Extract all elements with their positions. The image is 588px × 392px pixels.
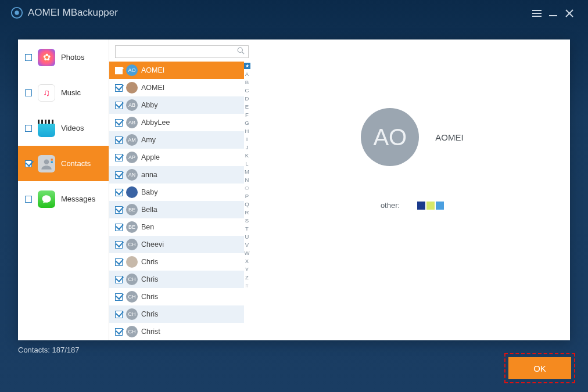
contact-row[interactable]: CHChris [109, 271, 244, 288]
contact-row[interactable]: ABAbbyLee [109, 114, 244, 131]
contact-row[interactable]: ANanna [109, 166, 244, 184]
contact-checkbox[interactable] [115, 328, 123, 336]
contact-checkbox[interactable] [115, 258, 123, 266]
contact-name: Chris [141, 310, 158, 318]
index-letter[interactable]: I [246, 136, 248, 142]
contact-name: Christ [141, 328, 160, 336]
index-letter[interactable]: W [245, 250, 250, 256]
index-letter[interactable]: N [245, 177, 249, 183]
sidebar-item-music[interactable]: ♫ Music [18, 75, 109, 110]
contact-checkbox[interactable] [115, 311, 123, 318]
contact-row[interactable]: AOMEI [109, 79, 244, 96]
ok-button[interactable]: OK [508, 357, 571, 379]
sidebar-item-videos[interactable]: Videos [18, 110, 109, 146]
sidebar-item-contacts[interactable]: Contacts [18, 146, 109, 181]
contact-row[interactable]: CHChris [109, 288, 244, 305]
contact-avatar [126, 82, 138, 93]
contact-checkbox[interactable] [115, 102, 123, 109]
index-letter[interactable]: G [245, 120, 249, 126]
music-icon: ♫ [38, 84, 55, 102]
contact-checkbox[interactable] [115, 276, 123, 283]
contact-avatar: AP [126, 152, 138, 163]
contact-checkbox[interactable] [115, 241, 123, 249]
contact-checkbox[interactable] [115, 154, 123, 161]
contact-row[interactable]: CHChris [109, 305, 244, 323]
contact-avatar: AB [126, 99, 138, 111]
menu-list-icon[interactable] [529, 7, 545, 19]
close-icon[interactable] [561, 7, 578, 19]
contact-row[interactable]: BEBella [109, 201, 244, 218]
contact-name: Bella [141, 206, 157, 214]
index-letter[interactable]: Y [245, 266, 249, 272]
contact-checkbox[interactable] [115, 119, 123, 127]
contact-avatar: AN [126, 169, 138, 181]
contact-list[interactable]: AOAOMEIAOMEIABAbbyABAbbyLeeAMAmyAPAppleA… [109, 62, 244, 340]
search-box[interactable] [115, 45, 249, 58]
contact-name: Baby [141, 188, 158, 196]
contact-row[interactable]: BEBen [109, 218, 244, 236]
search-icon[interactable] [237, 47, 245, 56]
contact-row[interactable]: AOAOMEI [109, 62, 244, 79]
checkbox-messages[interactable] [25, 196, 32, 203]
index-letter[interactable]: E [245, 103, 249, 110]
checkbox-music[interactable] [25, 89, 32, 96]
contact-checkbox[interactable] [115, 224, 123, 231]
photos-icon: ✿ [38, 49, 55, 66]
index-letter[interactable]: S [245, 217, 249, 224]
contact-checkbox[interactable] [115, 171, 123, 179]
contact-name: anna [141, 171, 157, 179]
contact-checkbox[interactable] [115, 136, 123, 144]
contact-row[interactable]: Baby [109, 184, 244, 201]
index-letter[interactable]: O [245, 185, 249, 191]
index-letter[interactable]: C [245, 87, 249, 93]
index-letter[interactable]: Q [245, 201, 249, 207]
index-letter[interactable]: X [245, 258, 249, 264]
sidebar-item-messages[interactable]: Messages [18, 181, 109, 217]
checkbox-photos[interactable] [25, 54, 32, 61]
color-swatch [426, 202, 435, 210]
index-letter[interactable]: D [245, 95, 249, 102]
index-letter[interactable]: Z [245, 274, 249, 280]
contact-row[interactable]: CHCheevi [109, 236, 244, 253]
index-letter[interactable]: B [245, 79, 249, 85]
svg-rect-3 [532, 13, 542, 14]
sidebar-item-label: Photos [61, 53, 84, 62]
favorites-star-icon[interactable]: ★ [244, 63, 250, 69]
index-letter[interactable]: P [245, 193, 249, 199]
contact-checkbox[interactable] [115, 206, 123, 214]
contact-checkbox[interactable] [115, 189, 123, 196]
contact-checkbox[interactable] [115, 67, 123, 74]
index-letter[interactable]: A [245, 71, 249, 77]
minimize-icon[interactable] [545, 7, 561, 19]
index-letter[interactable]: U [245, 233, 249, 240]
other-label: other: [381, 201, 400, 210]
index-letter[interactable]: L [245, 160, 248, 167]
index-letter[interactable]: H [245, 128, 249, 134]
contact-name: AOMEI [141, 66, 164, 74]
contact-checkbox[interactable] [115, 293, 123, 301]
contact-row[interactable]: Chris [109, 253, 244, 271]
contact-avatar: AM [126, 134, 138, 146]
index-letter[interactable]: F [245, 112, 249, 118]
contact-name: Abby [141, 101, 158, 109]
search-input[interactable] [119, 48, 237, 56]
index-letter[interactable]: T [245, 225, 249, 232]
contact-checkbox[interactable] [115, 84, 123, 92]
contact-row[interactable]: APApple [109, 149, 244, 166]
contact-name: Chris [141, 293, 158, 301]
index-letter[interactable]: K [245, 152, 249, 159]
index-letter[interactable]: J [246, 144, 249, 150]
sidebar-item-photos[interactable]: ✿ Photos [18, 39, 109, 75]
index-letter[interactable]: M [245, 168, 249, 175]
alphabet-index[interactable]: ★ ABCDEFGHIJKLMNOPQRSTUVWXYZ# [244, 62, 250, 289]
svg-point-8 [44, 159, 49, 164]
index-letter[interactable]: # [245, 282, 248, 289]
contact-row[interactable]: ABAbby [109, 96, 244, 114]
checkbox-videos[interactable] [25, 125, 32, 132]
index-letter[interactable]: R [245, 209, 249, 215]
contact-row[interactable]: AMAmy [109, 131, 244, 149]
checkbox-contacts[interactable] [25, 160, 32, 167]
index-letter[interactable]: V [245, 242, 249, 248]
videos-icon [38, 120, 55, 137]
contact-row[interactable]: CHChrist [109, 323, 244, 340]
